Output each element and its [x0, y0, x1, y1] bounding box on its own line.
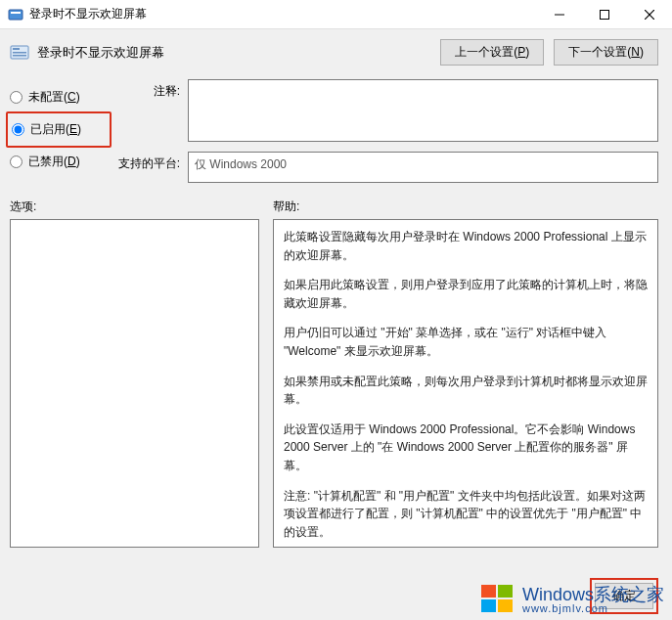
radio-disabled-input[interactable] [10, 155, 22, 168]
policy-icon [10, 43, 29, 63]
ok-button[interactable]: 确定 [595, 583, 653, 609]
maximize-button[interactable] [582, 0, 627, 29]
radio-group: 未配置(C) 已启用(E) 已禁用(D) [10, 79, 108, 183]
svg-rect-1 [11, 12, 21, 14]
help-paragraph: 如果禁用或未配置此策略，则每次用户登录到计算机时都将显示欢迎屏幕。 [284, 373, 648, 409]
radio-enabled-input[interactable] [12, 123, 24, 136]
svg-rect-13 [498, 599, 513, 612]
windows-logo-icon [479, 581, 516, 618]
prev-setting-button[interactable]: 上一个设置(P) [440, 39, 544, 66]
minimize-button[interactable] [537, 0, 582, 29]
radio-enabled-label[interactable]: 已启用(E) [30, 121, 81, 138]
radio-enabled[interactable]: 已启用(E) [12, 121, 106, 138]
window-title: 登录时不显示欢迎屏幕 [29, 6, 537, 22]
help-paragraph: 如果启用此策略设置，则用户登录到应用了此策略的计算机上时，将隐藏欢迎屏幕。 [284, 276, 648, 312]
help-paragraph: 注意: "计算机配置" 和 "用户配置" 文件夹中均包括此设置。如果对这两项设置… [284, 487, 648, 542]
platform-label: 支持的平台: [115, 152, 180, 172]
comment-field: 注释: [115, 79, 658, 142]
policy-title: 登录时不显示欢迎屏幕 [37, 44, 440, 62]
comment-input[interactable] [188, 79, 658, 142]
radio-not-configured[interactable]: 未配置(C) [10, 89, 108, 106]
config-area: 未配置(C) 已启用(E) 已禁用(D) 注释: 支持的平台: 仅 Window… [0, 71, 672, 185]
radio-disabled-label[interactable]: 已禁用(D) [28, 154, 80, 170]
window-controls [537, 0, 672, 29]
close-button[interactable] [627, 0, 672, 29]
svg-rect-10 [481, 585, 496, 598]
platform-value: 仅 Windows 2000 [188, 152, 658, 183]
svg-rect-9 [13, 55, 26, 57]
radio-not-configured-label[interactable]: 未配置(C) [28, 89, 80, 106]
options-label: 选项: [10, 199, 259, 215]
svg-rect-7 [13, 48, 20, 50]
radio-not-configured-input[interactable] [10, 91, 22, 104]
svg-rect-0 [9, 10, 22, 20]
ok-highlight: 确定 [590, 578, 658, 614]
app-icon [8, 7, 23, 22]
lower-area: 选项: 帮助: 此策略设置隐藏每次用户登录时在 Windows 2000 Pro… [0, 185, 672, 548]
svg-rect-8 [13, 52, 26, 54]
svg-rect-11 [498, 585, 513, 598]
comment-label: 注释: [115, 79, 180, 100]
header: 登录时不显示欢迎屏幕 上一个设置(P) 下一个设置(N) [0, 29, 672, 71]
footer: 确定 [590, 578, 658, 614]
svg-rect-12 [481, 599, 496, 612]
next-setting-button[interactable]: 下一个设置(N) [554, 39, 658, 66]
platform-field: 支持的平台: 仅 Windows 2000 [115, 152, 658, 183]
help-paragraph: 此设置仅适用于 Windows 2000 Professional。它不会影响 … [284, 421, 648, 475]
help-paragraph: 用户仍旧可以通过 "开始" 菜单选择，或在 "运行" 对话框中键入 "Welco… [284, 324, 648, 360]
help-box: 此策略设置隐藏每次用户登录时在 Windows 2000 Professiona… [273, 219, 658, 548]
help-paragraph: 此策略设置隐藏每次用户登录时在 Windows 2000 Professiona… [284, 228, 648, 264]
help-label: 帮助: [273, 199, 658, 215]
svg-rect-3 [601, 10, 609, 19]
titlebar: 登录时不显示欢迎屏幕 [0, 0, 672, 29]
options-box [10, 219, 259, 548]
enabled-highlight: 已启用(E) [6, 111, 112, 148]
radio-disabled[interactable]: 已禁用(D) [10, 154, 108, 170]
